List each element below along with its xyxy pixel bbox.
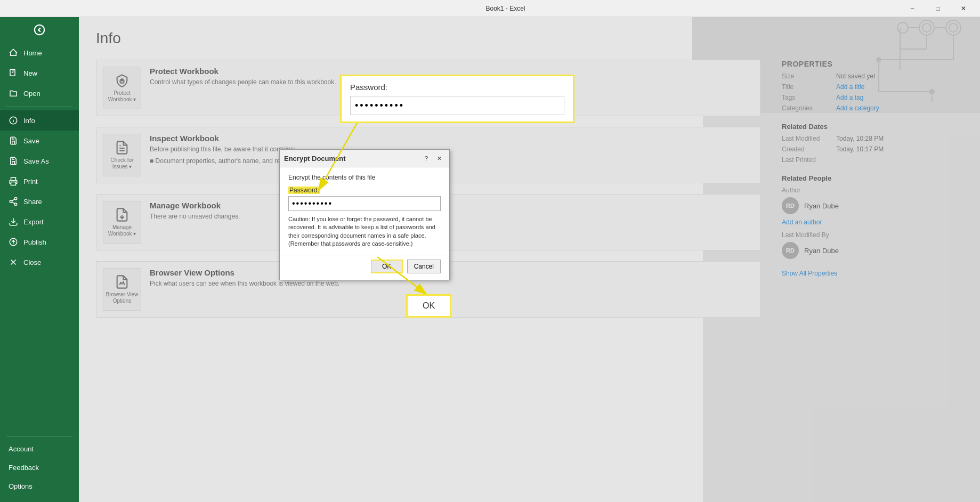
ok-bubble: OK bbox=[406, 294, 451, 318]
info-icon bbox=[9, 116, 18, 125]
dialog-controls: ? ✕ bbox=[420, 153, 445, 164]
close-icon bbox=[9, 257, 18, 267]
sidebar-item-publish[interactable]: Publish bbox=[0, 232, 79, 252]
sidebar-item-close-label: Close bbox=[23, 258, 41, 266]
dialog-password-input[interactable] bbox=[288, 196, 441, 211]
svg-point-4 bbox=[14, 198, 17, 200]
sidebar-item-export-label: Export bbox=[23, 218, 44, 226]
sidebar-item-export[interactable]: Export bbox=[0, 212, 79, 232]
sidebar-item-saveas[interactable]: Save As bbox=[0, 151, 79, 171]
sidebar-item-share[interactable]: Share bbox=[0, 191, 79, 212]
ok-bubble-label: OK bbox=[423, 301, 435, 310]
password-label-highlighted: Password: bbox=[288, 187, 320, 194]
svg-point-0 bbox=[35, 25, 44, 35]
feedback-label: Feedback bbox=[9, 464, 39, 472]
home-icon bbox=[9, 48, 18, 58]
dialog-close-button[interactable]: ✕ bbox=[433, 153, 445, 164]
sidebar-bottom: Account Feedback Options bbox=[0, 433, 79, 502]
minimize-button[interactable]: – bbox=[900, 1, 925, 16]
export-icon bbox=[9, 217, 18, 226]
dialog-titlebar: Encrypt Document ? ✕ bbox=[280, 150, 449, 167]
sidebar-item-save-label: Save bbox=[23, 137, 39, 145]
dialog-cancel-button[interactable]: Cancel bbox=[407, 260, 441, 273]
sidebar-item-home[interactable]: Home bbox=[0, 43, 79, 63]
svg-point-6 bbox=[14, 203, 17, 206]
content-area: Info ProtectWorkbook ▾ bbox=[79, 17, 980, 502]
dialog-caution: Caution: If you lose or forget the passw… bbox=[288, 215, 441, 248]
sidebar-item-home-label: Home bbox=[23, 49, 42, 57]
print-icon bbox=[9, 176, 18, 186]
saveas-icon bbox=[9, 156, 18, 166]
maximize-button[interactable]: □ bbox=[926, 1, 950, 16]
svg-rect-3 bbox=[11, 182, 16, 185]
close-window-button[interactable]: ✕ bbox=[951, 1, 976, 16]
back-button[interactable] bbox=[0, 17, 79, 43]
password-highlight-box: Password: bbox=[340, 75, 574, 123]
dialog-help-button[interactable]: ? bbox=[420, 153, 432, 164]
titlebar-title: Book1 - Excel bbox=[111, 5, 900, 12]
sidebar-item-new[interactable]: New bbox=[0, 63, 79, 83]
sidebar-item-info-label: Info bbox=[23, 117, 35, 125]
save-icon bbox=[9, 136, 18, 145]
sidebar-item-open-label: Open bbox=[23, 90, 41, 98]
account-label: Account bbox=[9, 445, 34, 453]
titlebar: Book1 - Excel – □ ✕ bbox=[0, 0, 980, 17]
sidebar-item-saveas-label: Save As bbox=[23, 157, 49, 165]
dialog-ok-button[interactable]: OK bbox=[371, 260, 403, 273]
sidebar-item-info[interactable]: Info bbox=[0, 110, 79, 131]
sidebar-item-open[interactable]: Open bbox=[0, 83, 79, 103]
password-highlight-label: Password: bbox=[350, 83, 564, 92]
sidebar-item-share-label: Share bbox=[23, 198, 42, 206]
divider-1 bbox=[6, 107, 72, 107]
share-icon bbox=[9, 197, 18, 206]
dialog-password-label: Password: bbox=[288, 187, 441, 194]
divider-2 bbox=[6, 436, 72, 436]
titlebar-controls: – □ ✕ bbox=[900, 1, 976, 16]
dialog-body: Encrypt the contents of this file Passwo… bbox=[280, 167, 449, 255]
encrypt-dialog: Encrypt Document ? ✕ Encrypt the content… bbox=[279, 149, 450, 280]
options-label: Options bbox=[9, 482, 33, 490]
dialog-desc: Encrypt the contents of this file bbox=[288, 174, 441, 181]
sidebar-item-close[interactable]: Close bbox=[0, 252, 79, 272]
dialog-footer: OK Cancel bbox=[280, 255, 449, 280]
sidebar-item-feedback[interactable]: Feedback bbox=[0, 458, 79, 477]
sidebar-item-save[interactable]: Save bbox=[0, 131, 79, 151]
sidebar-item-print-label: Print bbox=[23, 177, 38, 185]
sidebar-nav: Home New Open Info bbox=[0, 43, 79, 433]
password-highlight-input[interactable] bbox=[350, 96, 564, 115]
sidebar-item-options[interactable]: Options bbox=[0, 477, 79, 496]
publish-icon bbox=[9, 237, 18, 247]
sidebar-item-account[interactable]: Account bbox=[0, 440, 79, 458]
dialog-title: Encrypt Document bbox=[284, 155, 346, 163]
new-icon bbox=[9, 68, 18, 78]
open-icon bbox=[9, 88, 18, 98]
sidebar-item-print[interactable]: Print bbox=[0, 171, 79, 191]
svg-point-5 bbox=[10, 200, 12, 203]
sidebar: Home New Open Info bbox=[0, 17, 79, 502]
sidebar-item-new-label: New bbox=[23, 69, 37, 77]
sidebar-item-publish-label: Publish bbox=[23, 238, 46, 246]
app-body: Home New Open Info bbox=[0, 17, 980, 502]
